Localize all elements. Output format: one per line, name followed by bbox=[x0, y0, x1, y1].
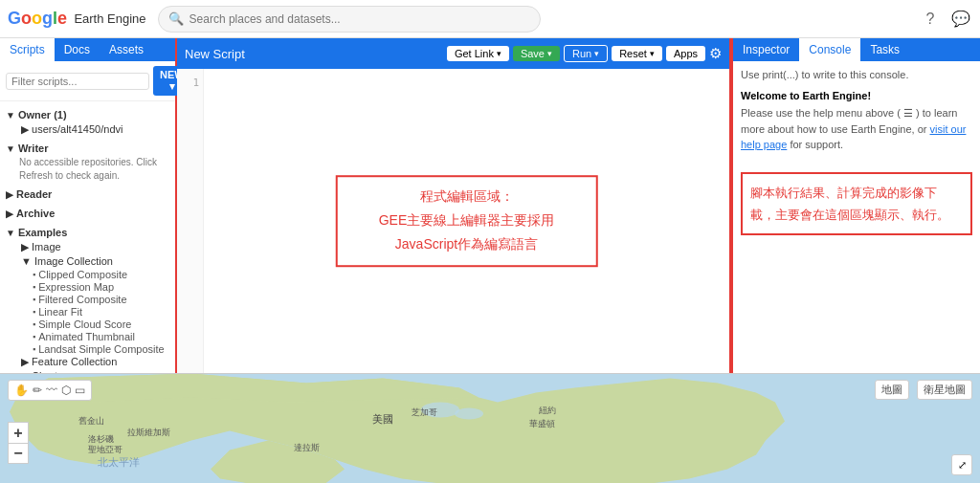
archive-header[interactable]: ▶ Archive bbox=[6, 206, 169, 221]
example-landsat-simple-composite[interactable]: Landsat Simple Composite bbox=[6, 342, 169, 355]
console-description: Please use the help menu above ( ☰ ) to … bbox=[741, 105, 972, 153]
zoom-controls: + − bbox=[8, 422, 29, 464]
city-las-vegas: 拉斯維加斯 bbox=[127, 427, 170, 439]
topbar: Google Earth Engine 🔍 ? 💬 bbox=[0, 0, 980, 38]
example-image-collection[interactable]: ▼ Image Collection bbox=[6, 254, 169, 268]
settings-icon[interactable]: ⚙ bbox=[709, 45, 722, 62]
run-button[interactable]: Run ▾ bbox=[564, 45, 608, 62]
zoom-in-button[interactable]: + bbox=[8, 422, 29, 443]
example-animated-thumbnail[interactable]: Animated Thumbnail bbox=[6, 330, 169, 342]
zoom-out-button[interactable]: − bbox=[8, 443, 29, 464]
section-writer: ▼ Writer No accessible repositories. Cli… bbox=[0, 139, 175, 185]
get-link-button[interactable]: Get Link ▾ bbox=[447, 46, 509, 61]
map-area: 美國 北太平洋 舊金山 洛杉磯 拉斯維加斯 聖地亞哥 達拉斯 芝加哥 紐約 華盛… bbox=[0, 373, 980, 483]
center-toolbar: Get Link ▾ Save ▾ Run ▾ Reset ▾ Apps bbox=[447, 45, 722, 62]
section-archive: ▶ Archive bbox=[0, 204, 175, 223]
apps-button[interactable]: Apps bbox=[666, 46, 705, 61]
reader-header[interactable]: ▶ Reader bbox=[6, 187, 169, 202]
example-linear-fit[interactable]: Linear Fit bbox=[6, 305, 169, 318]
help-page-link[interactable]: visit our help page bbox=[741, 123, 966, 151]
city-dallas: 達拉斯 bbox=[294, 442, 320, 454]
country-label-usa: 美國 bbox=[372, 412, 393, 427]
center-header: New Script Get Link ▾ Save ▾ Run ▾ Reset… bbox=[177, 38, 729, 69]
logo: Google Earth Engine bbox=[8, 9, 146, 29]
owner-header[interactable]: ▼ Owner (1) bbox=[6, 107, 169, 122]
satellite-view-button[interactable]: 衛星地圖 bbox=[917, 380, 972, 400]
svg-point-5 bbox=[455, 408, 483, 420]
example-simple-cloud-score[interactable]: Simple Cloud Score bbox=[6, 318, 169, 330]
map-background: 美國 北太平洋 舊金山 洛杉磯 拉斯維加斯 聖地亞哥 達拉斯 芝加哥 紐約 華盛… bbox=[0, 374, 980, 483]
search-input[interactable] bbox=[189, 12, 530, 26]
example-expression-map[interactable]: Expression Map bbox=[6, 280, 169, 293]
search-icon: 🔍 bbox=[168, 11, 184, 26]
tab-console[interactable]: Console bbox=[799, 38, 860, 61]
earth-engine-logo-text: Earth Engine bbox=[74, 11, 145, 26]
map-view-button[interactable]: 地圖 bbox=[875, 380, 909, 400]
tab-scripts[interactable]: Scripts bbox=[0, 38, 55, 61]
city-san-diego: 聖地亞哥 bbox=[88, 444, 122, 456]
console-hint: Use print(...) to write to this console. bbox=[741, 69, 972, 80]
section-reader: ▶ Reader bbox=[0, 185, 175, 204]
ocean-label: 北太平洋 bbox=[98, 455, 140, 470]
writer-header[interactable]: ▼ Writer bbox=[6, 141, 169, 156]
right-annotation: 腳本執行結果、計算完成的影像下 載，主要會在這個區塊顯示、執行。 bbox=[741, 172, 972, 236]
right-tabs: Inspector Console Tasks bbox=[733, 38, 980, 61]
console-welcome-title: Welcome to Earth Engine! bbox=[741, 90, 972, 101]
draw-point-tool[interactable]: ✏ bbox=[33, 384, 42, 397]
right-panel: Inspector Console Tasks Use print(...) t… bbox=[731, 38, 980, 373]
draw-line-tool[interactable]: 〰 bbox=[46, 384, 57, 397]
city-san-francisco: 舊金山 bbox=[78, 415, 104, 428]
example-filtered-composite[interactable]: Filtered Composite bbox=[6, 293, 169, 305]
tab-inspector[interactable]: Inspector bbox=[733, 38, 799, 61]
tab-assets[interactable]: Assets bbox=[100, 38, 153, 61]
tab-tasks[interactable]: Tasks bbox=[860, 38, 909, 61]
draw-rect-tool[interactable]: ▭ bbox=[75, 384, 85, 397]
left-toolbar: NEW ▾ ↻ bbox=[0, 61, 175, 101]
left-content: ▼ Owner (1) ▶ users/alt41450/ndvi ▼ Writ… bbox=[0, 101, 175, 373]
chat-button[interactable]: 💬 bbox=[949, 8, 972, 31]
code-editor: 1 程式編輯區域： GEE主要線上編輯器主要採用JavaScript作為編寫語言 bbox=[177, 69, 729, 373]
save-button[interactable]: Save ▾ bbox=[513, 46, 560, 61]
center-annotation-text: 程式編輯區域： GEE主要線上編輯器主要採用JavaScript作為編寫語言 bbox=[348, 185, 585, 257]
reset-button[interactable]: Reset ▾ bbox=[612, 46, 662, 61]
google-logo: Google bbox=[8, 9, 67, 29]
example-feature-collection[interactable]: ▶ Feature Collection bbox=[6, 355, 169, 369]
map-toolbar: ✋ ✏ 〰 ⬡ ▭ bbox=[8, 380, 92, 401]
example-image[interactable]: ▶ Image bbox=[6, 240, 169, 254]
tab-docs[interactable]: Docs bbox=[55, 38, 100, 61]
center-panel: New Script Get Link ▾ Save ▾ Run ▾ Reset… bbox=[177, 38, 731, 373]
line-numbers: 1 bbox=[177, 69, 204, 373]
left-tabs: Scripts Docs Assets bbox=[0, 38, 175, 61]
map-layer-buttons: 地圖 衛星地圖 bbox=[875, 380, 972, 400]
right-annotation-text: 腳本執行結果、計算完成的影像下 載，主要會在這個區塊顯示、執行。 bbox=[750, 182, 963, 227]
topbar-right: ? 💬 bbox=[919, 8, 972, 31]
fullscreen-button[interactable]: ⤢ bbox=[951, 454, 972, 475]
script-title: New Script bbox=[185, 47, 245, 61]
city-washington: 華盛頓 bbox=[529, 418, 555, 430]
city-new-york: 紐約 bbox=[539, 405, 556, 417]
hand-tool[interactable]: ✋ bbox=[14, 384, 29, 397]
help-button[interactable]: ? bbox=[919, 8, 942, 31]
filter-scripts-input[interactable] bbox=[6, 73, 149, 90]
owner-item[interactable]: ▶ users/alt41450/ndvi bbox=[6, 122, 169, 137]
right-content: Use print(...) to write to this console.… bbox=[733, 61, 980, 373]
code-area[interactable]: 程式編輯區域： GEE主要線上編輯器主要採用JavaScript作為編寫語言 bbox=[204, 69, 729, 373]
draw-polygon-tool[interactable]: ⬡ bbox=[61, 384, 71, 397]
search-bar[interactable]: 🔍 bbox=[158, 6, 541, 33]
section-examples: ▼ Examples ▶ Image ▼ Image Collection Cl… bbox=[0, 223, 175, 373]
example-clipped-composite[interactable]: Clipped Composite bbox=[6, 268, 169, 280]
writer-note: No accessible repositories. Click Refres… bbox=[6, 156, 169, 183]
center-annotation: 程式編輯區域： GEE主要線上編輯器主要採用JavaScript作為編寫語言 bbox=[335, 175, 598, 267]
section-owner: ▼ Owner (1) ▶ users/alt41450/ndvi bbox=[0, 105, 175, 139]
main-area: Scripts Docs Assets NEW ▾ ↻ ▼ Owner (1) … bbox=[0, 38, 980, 373]
city-chicago: 芝加哥 bbox=[412, 406, 437, 419]
left-panel: Scripts Docs Assets NEW ▾ ↻ ▼ Owner (1) … bbox=[0, 38, 177, 373]
examples-header[interactable]: ▼ Examples bbox=[6, 225, 169, 240]
